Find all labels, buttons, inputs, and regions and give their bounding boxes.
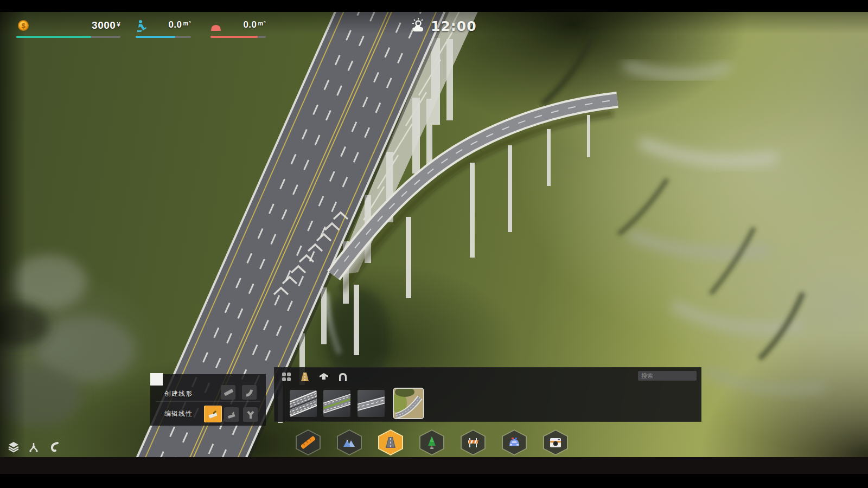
bridge-icon: [318, 371, 329, 382]
move-segment-button[interactable]: [224, 407, 239, 422]
clock-time: 12:00: [431, 18, 477, 34]
coin-icon: $: [18, 20, 29, 31]
create-line-label: 创建线形: [164, 389, 193, 399]
panel-divider: [156, 401, 260, 402]
curve-icon: [49, 441, 60, 452]
game-window: $ 3000¥ 0.0m³ 0.0m³ 12:00: [0, 0, 868, 488]
worker-icon: [136, 20, 148, 33]
money-value: 3000: [92, 20, 116, 31]
search-input[interactable]: [638, 371, 697, 381]
junction-segment-button[interactable]: [243, 407, 258, 422]
excavation-value: 0.0: [168, 20, 182, 30]
fill-bar: [210, 36, 258, 38]
line-tool-panel: 创建线形 编辑线性: [150, 374, 266, 426]
road-icon: [299, 371, 310, 382]
letterbox-strip: [0, 457, 868, 474]
edit-road-icon: [208, 409, 219, 420]
barrier-icon: [466, 435, 480, 450]
curve-button[interactable]: [49, 441, 60, 454]
catalog-item-two-lane[interactable]: [358, 390, 385, 417]
tab-all-categories[interactable]: [280, 370, 293, 383]
layers-button[interactable]: [8, 441, 20, 455]
node-button[interactable]: [28, 442, 39, 455]
node-icon: [28, 442, 39, 453]
two-lane-thumb-icon: [358, 390, 385, 417]
grid-icon: [282, 372, 291, 382]
tab-tunnel[interactable]: [336, 370, 349, 383]
tree-icon: [425, 435, 439, 450]
road-catalog-panel: [274, 367, 701, 422]
straight-road-icon: [224, 388, 233, 397]
edit-line-label: 编辑线性: [164, 409, 193, 419]
tunnel-icon: [337, 371, 348, 382]
straight-segment-button[interactable]: [221, 385, 235, 400]
weather-icon: [411, 17, 430, 35]
curved-ramp-thumb-icon: [394, 389, 423, 418]
move-road-icon: [227, 410, 237, 420]
catalog-item-median-road[interactable]: [323, 390, 350, 417]
tab-road[interactable]: [298, 370, 311, 383]
edit-segment-button[interactable]: [204, 406, 222, 422]
money-gauge: $ 3000¥: [16, 20, 120, 38]
camera-icon: [548, 435, 563, 450]
money-bar: [16, 36, 91, 38]
excavation-unit: m³: [183, 20, 191, 27]
mound-icon: [210, 24, 222, 31]
fill-value: 0.0: [243, 20, 257, 30]
catalog-item-curved-ramp[interactable]: [393, 388, 424, 419]
layers-icon: [8, 441, 20, 453]
expressway-thumb-icon: [290, 390, 317, 417]
ruler-icon: [301, 435, 315, 450]
currency-symbol: ¥: [117, 21, 120, 28]
fill-unit: m³: [258, 20, 266, 27]
car-icon: [507, 435, 521, 450]
clock: 12:00: [411, 17, 430, 37]
panel-swatch[interactable]: [150, 373, 163, 386]
median-road-thumb-icon: [323, 390, 350, 417]
catalog-item-expressway[interactable]: [290, 390, 317, 417]
fill-gauge: 0.0m³: [210, 20, 266, 38]
road-tool-icon: [384, 435, 398, 450]
tab-bridge[interactable]: [317, 370, 330, 383]
curve-segment-button[interactable]: [242, 385, 257, 400]
y-junction-icon: [246, 410, 256, 420]
mountains-icon: [342, 435, 356, 450]
excavation-gauge: 0.0m³: [136, 20, 191, 38]
curve-road-icon: [245, 388, 254, 397]
excavation-bar: [136, 36, 175, 38]
